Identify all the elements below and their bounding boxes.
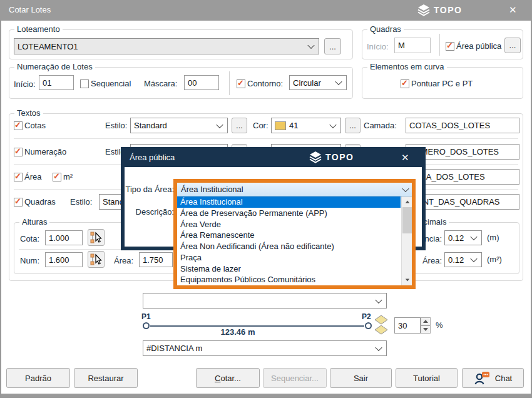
decimais-area-unit: (m²) bbox=[487, 255, 502, 264]
window-title: Cotar Lotes bbox=[9, 5, 51, 14]
cotas-checkbox[interactable] bbox=[14, 121, 23, 130]
mascara-input[interactable]: 00 bbox=[184, 75, 219, 90]
numeracao-inicio-input[interactable]: 01 bbox=[39, 75, 74, 90]
loteamento-select[interactable]: LOTEAMENTO1 bbox=[14, 38, 319, 54]
padrao-button[interactable]: Padrão bbox=[6, 368, 70, 388]
group-textos-title: Textos bbox=[14, 108, 43, 118]
contorno-select[interactable]: Circular bbox=[289, 75, 347, 90]
chevron-down-icon bbox=[307, 42, 314, 49]
cotar-button[interactable]: Cotar... bbox=[196, 368, 260, 388]
decimais-distancia-select[interactable]: 0.12 bbox=[444, 230, 482, 245]
topo-logo: TOPO bbox=[417, 4, 462, 16]
cotas-cor-browse-button[interactable]: ... bbox=[345, 118, 361, 133]
alturas-area-input[interactable]: 1.750 bbox=[139, 252, 173, 267]
area-type-list: Área InstitucionalÁrea de Preservação Pe… bbox=[177, 196, 412, 285]
area-type-option[interactable]: Área Institucional bbox=[177, 196, 401, 208]
chat-button[interactable]: Chat bbox=[462, 368, 524, 388]
brand-text: TOPO bbox=[434, 5, 462, 15]
chevron-down-icon bbox=[329, 121, 336, 128]
triangle-up-icon bbox=[423, 320, 428, 323]
cotas-cor-label: Cor: bbox=[253, 121, 269, 130]
pontuar-pc-pt-checkbox[interactable] bbox=[401, 79, 409, 88]
quadras-inicio-input[interactable]: M bbox=[394, 38, 431, 53]
area-label: Área bbox=[24, 172, 41, 181]
cotas-camada-label: Camada: bbox=[364, 121, 397, 130]
chevron-down-icon bbox=[470, 233, 477, 240]
brand-text: TOPO bbox=[325, 152, 354, 162]
loteamento-browse-button[interactable]: ... bbox=[324, 38, 341, 54]
chevron-down-icon bbox=[375, 296, 382, 303]
area-type-option[interactable]: Área Non Aedificandi (Área não edificant… bbox=[177, 241, 401, 252]
cotas-estilo-browse-button[interactable]: ... bbox=[232, 118, 247, 133]
restaurar-button[interactable]: Restaurar bbox=[74, 368, 138, 388]
cotas-estilo-label: Estilo: bbox=[105, 121, 127, 130]
format-value: #DISTANCIA m bbox=[146, 344, 202, 353]
area-publica-checkbox[interactable] bbox=[446, 42, 454, 51]
alturas-cota-input[interactable]: 1.000 bbox=[45, 230, 83, 245]
flip-diamonds-icon[interactable] bbox=[374, 315, 388, 337]
alturas-cota-label: Cota: bbox=[20, 234, 39, 243]
prefix-select[interactable] bbox=[143, 293, 387, 309]
spin-up-button[interactable] bbox=[421, 317, 431, 325]
alturas-num-pick-button[interactable] bbox=[88, 251, 105, 268]
list-scrollbar[interactable] bbox=[401, 196, 412, 285]
contorno-value: Circular bbox=[293, 78, 321, 88]
percent-input[interactable]: 30 bbox=[394, 317, 421, 334]
area-type-option[interactable]: Área Verde bbox=[177, 219, 401, 230]
sequencial-label: Sequencial bbox=[91, 79, 131, 88]
topo-layers-icon bbox=[417, 4, 431, 16]
pontuar-pc-pt-label: Pontuar PC e PT bbox=[411, 79, 473, 88]
close-icon[interactable]: ✕ bbox=[509, 4, 517, 16]
sequencial-checkbox[interactable] bbox=[80, 79, 89, 88]
cotas-camada-input[interactable]: COTAS_DOS_LOTES bbox=[406, 118, 519, 133]
format-select[interactable]: #DISTANCIA m bbox=[143, 340, 387, 356]
cotar-accelerator: C bbox=[215, 374, 220, 383]
alturas-cota-pick-button[interactable] bbox=[88, 229, 105, 246]
divider bbox=[14, 138, 518, 139]
scroll-down-button[interactable] bbox=[402, 275, 412, 285]
area-publica-dialog-title: Área pública bbox=[130, 153, 175, 162]
tutorial-button[interactable]: Tutorial bbox=[396, 368, 458, 388]
chevron-down-icon bbox=[402, 185, 409, 191]
m2-checkbox[interactable] bbox=[53, 173, 61, 181]
quadras-texto-checkbox[interactable] bbox=[14, 198, 23, 207]
topo-layers-icon bbox=[309, 151, 322, 163]
decimais-distancia-value: 0.12 bbox=[448, 233, 464, 243]
decimais-area-value: 0.12 bbox=[448, 255, 464, 265]
sair-button[interactable]: Sair bbox=[330, 368, 392, 388]
numeracao-checkbox[interactable] bbox=[14, 148, 23, 156]
contorno-checkbox[interactable] bbox=[237, 79, 245, 88]
cotas-cor-select[interactable]: 41 bbox=[271, 118, 341, 133]
p1-label: P1 bbox=[141, 312, 151, 321]
numeracao-label: Numeração bbox=[24, 147, 66, 156]
tipo-area-select[interactable]: Área Institucional bbox=[177, 183, 412, 196]
m2-label: m² bbox=[63, 172, 73, 181]
area-type-option[interactable]: Equipamentos Públicos Comunitários bbox=[177, 274, 401, 285]
tipo-area-value: Área Institucional bbox=[181, 185, 243, 194]
alturas-num-input[interactable]: 1.600 bbox=[45, 252, 83, 267]
group-elementos-curva-title: Elementos em curva bbox=[367, 62, 447, 71]
cotas-estilo-select[interactable]: Standard bbox=[130, 118, 228, 133]
group-numeracao-title: Numeração de Lotes bbox=[14, 62, 95, 71]
chevron-down-icon bbox=[216, 121, 223, 128]
area-type-option[interactable]: Sistema de lazer bbox=[177, 263, 401, 275]
scroll-up-button[interactable] bbox=[402, 196, 412, 207]
p1-handle[interactable] bbox=[143, 322, 150, 329]
loteamento-value: LOTEAMENTO1 bbox=[18, 42, 78, 51]
pick-point-icon bbox=[90, 253, 102, 265]
area-type-option[interactable]: Área de Preservação Permanente (APP) bbox=[177, 208, 401, 219]
decimais-area-select[interactable]: 0.12 bbox=[444, 252, 482, 267]
p2-handle[interactable] bbox=[365, 322, 372, 329]
dialog-close-icon[interactable]: ✕ bbox=[401, 152, 409, 163]
area-type-option[interactable]: Praça bbox=[177, 252, 401, 263]
area-type-option[interactable]: Área Remanescente bbox=[177, 230, 401, 241]
quadras-estilo-label: Estilo: bbox=[70, 197, 92, 207]
scrollbar-thumb[interactable] bbox=[402, 207, 412, 233]
area-checkbox[interactable] bbox=[14, 173, 23, 181]
cotar-lotes-window: Cotar Lotes TOPO ✕ Loteamento LOTEAMENTO… bbox=[0, 0, 532, 398]
chevron-down-icon bbox=[470, 255, 477, 262]
area-publica-browse-button[interactable]: ... bbox=[504, 38, 521, 53]
group-loteamento-title: Loteamento bbox=[14, 24, 63, 34]
distance-line bbox=[150, 325, 364, 327]
spin-down-button[interactable] bbox=[421, 325, 431, 334]
